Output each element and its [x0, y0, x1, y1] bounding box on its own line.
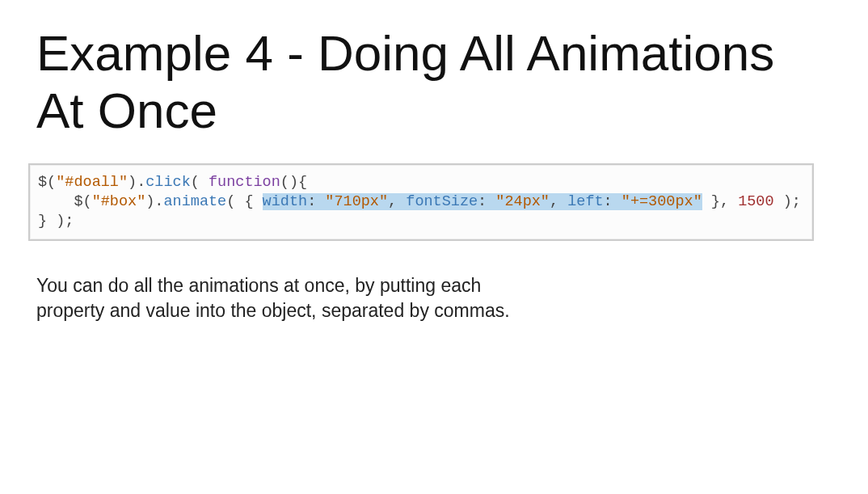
code-token: fontSize	[406, 193, 478, 210]
code-token: ( {	[226, 193, 262, 210]
code-token: width	[263, 193, 308, 210]
code-token: "24px"	[495, 193, 550, 210]
code-token: ).	[145, 193, 163, 210]
code-token: "#box"	[92, 193, 146, 210]
code-token: "710px"	[325, 193, 388, 210]
code-token: 1500	[738, 193, 773, 210]
code: $("#doall").click( function(){ $("#box")…	[38, 173, 804, 231]
code-token: ,	[388, 193, 406, 210]
slide-title: Example 4 - Doing All Animations At Once	[36, 24, 832, 139]
code-token: :	[307, 193, 325, 210]
code-token: );	[774, 193, 801, 210]
code-token: click	[145, 174, 191, 191]
code-highlight: width: "710px", fontSize: "24px", left: …	[263, 193, 702, 210]
code-token: $(	[38, 174, 56, 191]
code-token: } );	[38, 213, 74, 230]
code-token: function	[209, 174, 280, 191]
code-token: :	[478, 193, 495, 210]
code-token: animate	[163, 193, 226, 210]
slide: Example 4 - Doing All Animations At Once…	[0, 0, 868, 323]
code-token: :	[604, 193, 622, 210]
code-token: left	[567, 193, 603, 210]
code-token: (){	[280, 174, 307, 191]
code-token: "#doall"	[56, 174, 128, 191]
code-token: },	[702, 193, 738, 210]
code-token: "+=300px"	[622, 193, 702, 210]
code-token: ,	[550, 193, 567, 210]
code-token: ).	[128, 174, 145, 191]
explanation-text: You can do all the animations at once, b…	[36, 273, 554, 323]
code-block: $("#doall").click( function(){ $("#box")…	[28, 163, 814, 241]
code-token: $(	[38, 193, 92, 210]
code-token: (	[191, 174, 209, 191]
